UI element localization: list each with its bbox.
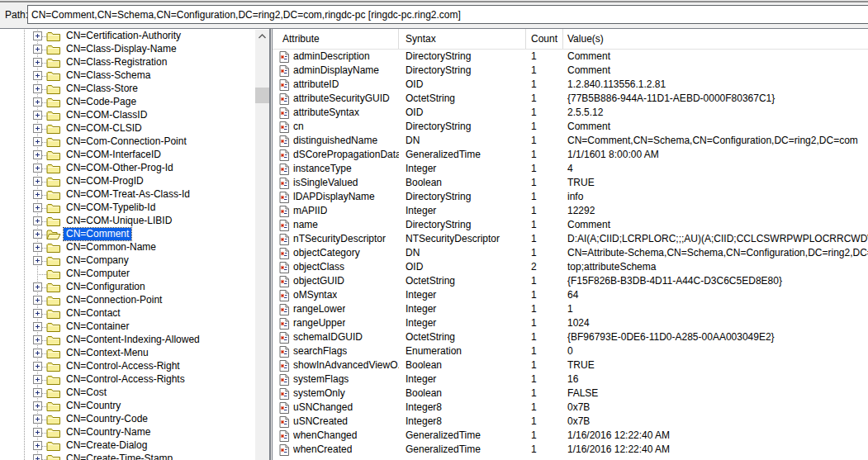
tree-item-label[interactable]: CN=Comment (64, 228, 131, 240)
column-header-values[interactable]: Value(s) (563, 29, 868, 49)
tree-item[interactable]: CN=Contact (0, 307, 255, 320)
expand-plus-icon[interactable] (33, 150, 42, 159)
expand-plus-icon[interactable] (33, 415, 42, 424)
table-row[interactable]: whenCreated GeneralizedTime 1 1/16/2016 … (273, 443, 868, 457)
tree-item-label[interactable]: CN=Class-Schema (64, 69, 153, 82)
expand-plus-icon[interactable] (33, 31, 42, 40)
tree-item[interactable]: CN=COM-Unique-LIBID (0, 215, 255, 228)
table-row[interactable]: cn DirectoryString 1 Comment (273, 120, 868, 134)
tree-item[interactable]: CN=Container (0, 320, 255, 334)
tree-item-label[interactable]: CN=Context-Menu (64, 347, 151, 359)
tree-item-label[interactable]: CN=Certification-Authority (64, 30, 183, 42)
table-row[interactable]: mAPIID Integer 1 12292 (273, 204, 868, 218)
table-row[interactable]: dSCorePropagationData GeneralizedTime 1 … (273, 148, 868, 162)
tree-item[interactable]: CN=COM-InterfaceID (0, 149, 255, 162)
expand-plus-icon[interactable] (33, 71, 42, 80)
tree-item-label[interactable]: CN=Control-Access-Right (64, 360, 183, 372)
expand-plus-icon[interactable] (33, 97, 42, 107)
expand-plus-icon[interactable] (33, 428, 42, 437)
table-row[interactable]: distinguishedName DN 1 CN=Comment,CN=Sch… (273, 134, 868, 148)
expand-plus-icon[interactable] (33, 441, 42, 450)
table-row[interactable]: showInAdvancedViewO... Boolean 1 TRUE (273, 358, 868, 372)
tree-item-label[interactable]: CN=Cost (64, 386, 109, 399)
table-row[interactable]: objectCategory DN 1 CN=Attribute-Schema,… (273, 246, 868, 260)
expand-plus-icon[interactable] (33, 203, 42, 212)
tree-item[interactable]: CN=Class-Store (0, 83, 255, 96)
tree-item-label[interactable]: CN=Create-Dialog (64, 439, 149, 452)
tree-item[interactable]: CN=Company (0, 254, 255, 268)
tree-item-label[interactable]: CN=COM-Other-Prog-Id (64, 162, 176, 174)
tree-item-label[interactable]: CN=Configuration (64, 281, 148, 293)
tree-item-label[interactable]: CN=COM-Typelib-Id (64, 202, 158, 214)
expand-plus-icon[interactable] (33, 243, 42, 252)
table-row[interactable]: whenChanged GeneralizedTime 1 1/16/2016 … (273, 429, 868, 443)
tree-item[interactable]: CN=Certification-Authority (0, 30, 255, 43)
table-row[interactable]: systemFlags Integer 1 16 (273, 372, 868, 386)
tree-item-label[interactable]: CN=COM-Unique-LIBID (64, 215, 174, 227)
table-row[interactable]: oMSyntax Integer 1 64 (273, 288, 868, 302)
tree-item-label[interactable]: CN=Container (64, 320, 131, 333)
tree-item[interactable]: CN=COM-CLSID (0, 122, 255, 135)
expand-plus-icon[interactable] (33, 362, 42, 371)
table-row[interactable]: adminDisplayName DirectoryString 1 Comme… (273, 64, 868, 78)
tree-item-label[interactable]: CN=COM-InterfaceID (64, 149, 164, 161)
expand-plus-icon[interactable] (33, 230, 42, 239)
expand-plus-icon[interactable] (33, 177, 42, 186)
tree-item[interactable]: CN=Context-Menu (0, 347, 255, 360)
tree-item[interactable]: CN=COM-ProgID (0, 175, 255, 188)
expand-plus-icon[interactable] (33, 335, 42, 344)
tree-item[interactable]: CN=Configuration (0, 281, 255, 294)
tree-item[interactable]: CN=COM-Other-Prog-Id (0, 162, 255, 175)
tree-item-label[interactable]: CN=Connection-Point (64, 294, 164, 306)
table-row[interactable]: attributeID OID 1 1.2.840.113556.1.2.81 (273, 78, 868, 92)
scroll-up-button[interactable] (255, 30, 269, 44)
tree-scrollbar[interactable] (255, 30, 269, 460)
expand-plus-icon[interactable] (33, 45, 42, 54)
tree-item[interactable]: CN=Class-Display-Name (0, 43, 255, 56)
tree-item-label[interactable]: CN=COM-CLSID (64, 122, 145, 135)
table-row[interactable]: rangeLower Integer 1 1 (273, 302, 868, 316)
tree-item[interactable]: CN=Create-Dialog (0, 439, 255, 453)
expand-plus-icon[interactable] (33, 322, 42, 331)
tree-item[interactable]: CN=COM-ClassID (0, 109, 255, 122)
tree-item-label[interactable]: CN=Code-Page (64, 96, 139, 108)
tree-item[interactable]: CN=Class-Registration (0, 56, 255, 69)
tree-item[interactable]: CN=COM-Typelib-Id (0, 202, 255, 215)
expand-plus-icon[interactable] (33, 216, 42, 225)
tree-item[interactable]: CN=Control-Access-Right (0, 360, 255, 373)
tree-item-label[interactable]: CN=COM-ClassID (64, 109, 149, 121)
tree-item-label[interactable]: CN=Common-Name (64, 241, 159, 254)
table-row[interactable]: rangeUpper Integer 1 1024 (273, 316, 868, 330)
tree-item[interactable]: CN=Cost (0, 386, 255, 400)
table-row[interactable]: attributeSyntax OID 1 2.5.5.12 (273, 106, 868, 120)
tree-item-label[interactable]: CN=Country (64, 400, 123, 412)
tree-item[interactable]: CN=Create-Time-Stamp (0, 453, 255, 460)
tree-item-label[interactable]: CN=Country-Code (64, 413, 150, 425)
table-row[interactable]: lDAPDisplayName DirectoryString 1 info (273, 190, 868, 204)
expand-plus-icon[interactable] (33, 256, 42, 265)
expand-plus-icon[interactable] (33, 309, 42, 318)
tree-item[interactable]: CN=Connection-Point (0, 294, 255, 307)
expand-plus-icon[interactable] (33, 137, 42, 146)
table-row[interactable]: uSNChanged Integer8 1 0x7B (273, 401, 868, 415)
tree-item[interactable]: CN=Code-Page (0, 96, 255, 109)
tree-item[interactable]: CN=Common-Name (0, 241, 255, 254)
column-header-syntax[interactable]: Syntax (399, 29, 526, 49)
table-row[interactable]: adminDescription DirectoryString 1 Comme… (273, 50, 868, 64)
expand-plus-icon[interactable] (33, 124, 42, 133)
path-input[interactable] (27, 5, 868, 24)
expand-plus-icon[interactable] (33, 190, 42, 199)
table-row[interactable]: instanceType Integer 1 4 (273, 162, 868, 176)
table-row[interactable]: objectGUID OctetString 1 {F15F826B-B3DB-… (273, 274, 868, 288)
tree-item-label[interactable]: CN=Country-Name (64, 426, 153, 439)
tree-item-label[interactable]: CN=COM-ProgID (64, 175, 146, 187)
tree-item[interactable]: CN=Control-Access-Rights (0, 373, 255, 386)
tree-item[interactable]: CN=Comment (0, 228, 255, 241)
tree-item-label[interactable]: CN=Content-Indexing-Allowed (64, 334, 202, 346)
expand-plus-icon[interactable] (33, 401, 42, 410)
expand-plus-icon[interactable] (33, 58, 42, 67)
scroll-thumb[interactable] (255, 88, 269, 103)
expand-plus-icon[interactable] (33, 454, 42, 460)
table-row[interactable]: name DirectoryString 1 Comment (273, 218, 868, 232)
tree-item[interactable]: CN=Content-Indexing-Allowed (0, 334, 255, 347)
